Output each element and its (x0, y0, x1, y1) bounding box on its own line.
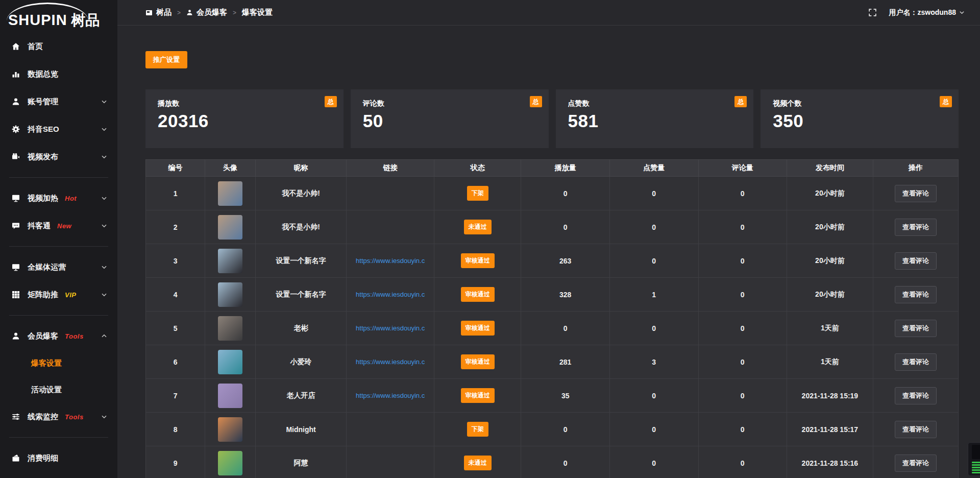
chevron-down-icon (959, 10, 965, 15)
stat-label: 评论数 (363, 99, 536, 108)
cell-comments: 0 (698, 278, 787, 312)
cell-avatar (205, 210, 256, 244)
video-link[interactable]: https://www.iesdouyin.c (347, 291, 434, 298)
cell-id: 3 (146, 244, 205, 278)
promotion-settings-button[interactable]: 推广设置 (145, 51, 187, 68)
view-comments-button[interactable]: 查看评论 (895, 421, 937, 438)
stat-value: 581 (568, 111, 742, 131)
view-comments-button[interactable]: 查看评论 (895, 252, 937, 270)
cell-plays: 0 (521, 312, 610, 345)
column-header: 点赞量 (609, 160, 698, 177)
column-header: 编号 (146, 160, 205, 177)
sidebar-item-video-publish[interactable]: 视频发布 (0, 143, 117, 171)
status-button[interactable]: 审核通过 (461, 287, 495, 302)
cell-avatar (205, 379, 256, 413)
app-root: SHUPIN 树品 首页数据总览账号管理抖音SEO视频发布视频加热Hot抖客通N… (0, 0, 980, 478)
sidebar-item-douketong[interactable]: 抖客通New (0, 212, 117, 240)
cell-time: 20小时前 (787, 278, 873, 312)
chevron-down-icon (101, 126, 107, 132)
view-comments-button[interactable]: 查看评论 (895, 320, 937, 337)
stat-label: 视频个数 (773, 99, 946, 108)
cell-action: 查看评论 (873, 278, 958, 312)
sidebar-item-consume-detail[interactable]: 消费明细 (0, 444, 117, 472)
sidebar-subitem-activity-settings[interactable]: 活动设置 (0, 376, 117, 403)
sidebar-item-matrix-boost[interactable]: 矩阵助推VIP (0, 281, 117, 308)
status-button[interactable]: 未通过 (464, 456, 492, 470)
status-button[interactable]: 审核通过 (461, 321, 495, 336)
status-button[interactable]: 审核通过 (461, 388, 495, 403)
status-button[interactable]: 下架 (467, 422, 488, 437)
cell-action: 查看评论 (873, 312, 958, 345)
cell-status: 审核通过 (434, 244, 521, 278)
cell-time: 20小时前 (787, 244, 873, 278)
sidebar-item-account-manage[interactable]: 账号管理 (0, 88, 117, 115)
breadcrumb-item-shupin[interactable]: 树品 (145, 8, 172, 17)
cell-time: 20小时前 (787, 177, 873, 210)
chevron-down-icon (101, 223, 107, 229)
cell-plays: 0 (521, 177, 610, 210)
view-comments-button[interactable]: 查看评论 (895, 455, 937, 472)
column-header: 状态 (434, 160, 521, 177)
column-header: 昵称 (255, 160, 346, 177)
cell-id: 8 (146, 413, 205, 446)
sidebar-divider (9, 246, 108, 247)
video-link[interactable]: https://www.iesdouyin.c (347, 257, 434, 265)
cell-id: 6 (146, 345, 205, 379)
breadcrumb-item-member[interactable]: 会员爆客 (186, 8, 227, 17)
cell-comments: 0 (698, 413, 787, 446)
status-button[interactable]: 审核通过 (461, 354, 495, 369)
table-row: 2我不是小帅!未通过00020小时前查看评论 (146, 210, 959, 244)
fullscreen-icon[interactable] (868, 8, 877, 17)
video-link[interactable]: https://www.iesdouyin.c (347, 358, 434, 366)
avatar (218, 384, 242, 408)
app-logo[interactable]: SHUPIN 树品 (0, 0, 117, 28)
chart-icon (11, 70, 20, 78)
sidebar-item-label: 账号管理 (28, 97, 58, 107)
sidebar-item-operation-help[interactable]: ?操作说明 (0, 472, 117, 478)
sidebar-item-badge: New (57, 222, 71, 230)
sidebar-item-label: 会员爆客 (28, 331, 58, 341)
sidebar-item-badge: VIP (65, 291, 76, 299)
breadcrumb: 树品 > 会员爆客 > 爆客设置 (145, 8, 273, 17)
cell-id: 4 (146, 278, 205, 312)
user-menu[interactable]: 用户名：zswodun88 (889, 8, 965, 17)
status-button[interactable]: 未通过 (464, 220, 492, 234)
stat-value: 350 (773, 111, 946, 131)
cell-comments: 0 (698, 244, 787, 278)
sidebar: SHUPIN 树品 首页数据总览账号管理抖音SEO视频发布视频加热Hot抖客通N… (0, 0, 117, 478)
cell-nickname: 老彬 (255, 312, 346, 345)
sidebar-item-clue-monitor[interactable]: 线索监控Tools (0, 403, 117, 431)
sidebar-item-media-operation[interactable]: 全媒体运营 (0, 253, 117, 281)
cell-likes: 0 (609, 312, 698, 345)
sidebar-subitem-baoke-settings[interactable]: 爆客设置 (0, 350, 117, 376)
stat-card: 视频个数350总 (761, 89, 959, 148)
stat-cards: 播放数20316总评论数50总点赞数581总视频个数350总 (145, 89, 959, 148)
video-link[interactable]: https://www.iesdouyin.c (347, 324, 434, 332)
view-comments-button[interactable]: 查看评论 (895, 387, 937, 404)
sidebar-item-data-overview[interactable]: 数据总览 (0, 60, 117, 88)
video-link[interactable]: https://www.iesdouyin.c (347, 392, 434, 399)
sidebar-item-video-heat[interactable]: 视频加热Hot (0, 184, 117, 212)
status-button[interactable]: 审核通过 (461, 253, 495, 268)
cell-plays: 281 (521, 345, 610, 379)
table-body: 1我不是小帅!下架00020小时前查看评论2我不是小帅!未通过00020小时前查… (146, 177, 959, 478)
sidebar-item-home[interactable]: 首页 (0, 33, 117, 60)
view-comments-button[interactable]: 查看评论 (895, 219, 937, 236)
cell-id: 9 (146, 446, 205, 478)
cell-id: 5 (146, 312, 205, 345)
floating-widget[interactable] (968, 442, 980, 476)
status-button[interactable]: 下架 (467, 186, 488, 201)
cell-plays: 35 (521, 379, 610, 413)
sidebar-item-member-baoke[interactable]: 会员爆客Tools (0, 322, 117, 350)
sidebar-item-douyin-seo[interactable]: 抖音SEO (0, 115, 117, 143)
cell-time: 1天前 (787, 312, 873, 345)
cell-action: 查看评论 (873, 345, 958, 379)
cell-comments: 0 (698, 210, 787, 244)
chevron-down-icon (101, 99, 107, 105)
grid-icon (11, 291, 20, 299)
gear-icon (11, 125, 20, 133)
view-comments-button[interactable]: 查看评论 (895, 286, 937, 303)
sidebar-divider (9, 315, 108, 316)
view-comments-button[interactable]: 查看评论 (895, 185, 937, 202)
view-comments-button[interactable]: 查看评论 (895, 353, 937, 371)
